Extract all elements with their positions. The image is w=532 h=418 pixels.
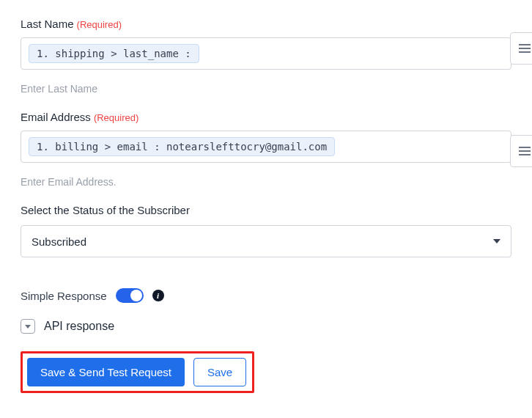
hamburger-icon [519,44,531,53]
api-response-row: API response [21,319,511,334]
email-label-text: Email Address [21,111,91,123]
last-name-chip[interactable]: 1. shipping > last_name : [29,44,199,63]
last-name-label: Last Name (Required) [21,18,511,30]
email-options-button[interactable] [510,135,532,167]
hamburger-icon [519,147,531,155]
field-last-name: Last Name (Required) 1. shipping > last_… [21,18,511,70]
email-input-row: 1. billing > email : notearslefttocry@gm… [21,131,511,163]
caret-down-icon [493,239,500,243]
api-response-expand-button[interactable] [21,319,35,334]
chevron-down-icon [25,325,31,329]
status-select[interactable]: Subscribed [21,225,511,257]
email-chip[interactable]: 1. billing > email : notearslefttocry@gm… [29,137,335,156]
simple-response-row: Simple Response i [21,288,511,303]
last-name-input[interactable]: 1. shipping > last_name : [21,37,511,70]
toggle-knob [130,290,142,301]
last-name-helper: Enter Last Name [21,83,511,95]
last-name-label-text: Last Name [21,18,74,30]
last-name-input-row: 1. shipping > last_name : [21,37,511,70]
save-send-test-button[interactable]: Save & Send Test Request [27,358,185,386]
info-icon[interactable]: i [152,290,164,301]
email-helper: Enter Email Address. [21,176,511,188]
simple-response-toggle[interactable] [116,288,144,303]
simple-response-label: Simple Response [21,290,107,302]
status-label: Select the Status of the Subscriber [21,204,511,216]
required-tag: (Required) [77,19,122,30]
save-button[interactable]: Save [193,358,246,386]
required-tag: (Required) [94,112,138,123]
field-email: Email Address (Required) 1. billing > em… [21,111,511,163]
action-buttons-highlight: Save & Send Test Request Save [21,351,254,393]
email-label: Email Address (Required) [21,111,511,123]
email-input[interactable]: 1. billing > email : notearslefttocry@gm… [21,131,511,163]
status-selected-value: Subscribed [32,235,86,248]
api-response-label: API response [44,320,114,333]
last-name-options-button[interactable] [510,32,532,65]
